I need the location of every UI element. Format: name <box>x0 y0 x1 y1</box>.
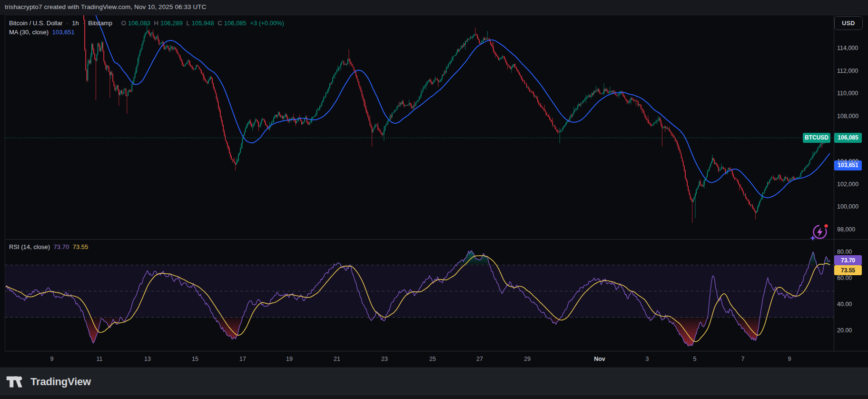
rsi-legend: RSI (14, close) 73.70 73.55 <box>9 243 90 250</box>
symbol-interval: 1h <box>72 20 79 27</box>
tradingview-snapshot: trishacrypto7 created with TradingView.c… <box>0 0 868 399</box>
legend-separator: · <box>82 20 84 27</box>
price-tick-label: 112,000 <box>837 68 858 74</box>
last-price-badge: 106,085 <box>834 133 862 143</box>
time-tick-label[interactable]: 21 <box>334 356 340 362</box>
rsi-legend-value: 73.70 <box>54 243 69 250</box>
tradingview-logo-text: TradingView <box>30 376 91 388</box>
footer-bottom-strip <box>0 395 868 399</box>
close-letter: C <box>217 20 222 27</box>
time-tick-label[interactable]: 29 <box>524 356 531 362</box>
price-tick-label: 110,000 <box>837 90 858 97</box>
time-tick-label[interactable]: 11 <box>97 356 103 362</box>
rsi-tick-label: 20.00 <box>837 327 852 334</box>
high-value: 106,289 <box>160 20 183 27</box>
rsi-tick-label: 40.00 <box>837 301 852 308</box>
time-tick-label[interactable]: 7 <box>741 356 745 362</box>
time-tick-label[interactable]: 17 <box>239 356 246 362</box>
symbol-exchange: Bitstamp <box>88 20 112 27</box>
tradingview-logo[interactable]: TradingView <box>6 376 91 388</box>
time-tick-label[interactable]: 19 <box>286 356 293 362</box>
time-tick-label[interactable]: 3 <box>646 356 649 362</box>
ma-legend: MA (30, close) 103,651 <box>9 29 77 36</box>
symbol-price-label-badge: BTCUSD <box>803 133 830 143</box>
low-value: 105,948 <box>192 20 214 27</box>
time-tick-label[interactable]: 9 <box>50 356 54 362</box>
time-tick-label[interactable]: 15 <box>192 356 198 362</box>
rsi-ma-legend-value: 73.55 <box>73 243 89 250</box>
time-tick-label[interactable]: 13 <box>144 356 151 362</box>
time-tick-label[interactable]: 27 <box>476 356 483 362</box>
open-value: 106,083 <box>128 20 150 27</box>
price-tick-label: 98,000 <box>837 226 855 233</box>
rsi-tick-label: 80.00 <box>837 249 852 255</box>
symbol-legend: Bitcoin / U.S. Dollar · 1h · Bitstamp O1… <box>9 20 286 27</box>
legend-separator: · <box>66 20 68 27</box>
time-tick-label[interactable]: 9 <box>788 356 791 362</box>
symbol-title: Bitcoin / U.S. Dollar <box>9 20 63 27</box>
boost-lightning-icon[interactable] <box>809 222 830 242</box>
chart-canvas[interactable] <box>0 0 868 368</box>
time-tick-label[interactable]: 23 <box>381 356 388 362</box>
rsi-legend-label: RSI (14, close) <box>9 243 50 250</box>
ma-legend-label: MA (30, close) <box>9 29 49 36</box>
price-tick-label: 102,000 <box>837 181 858 188</box>
lightning-bolt-icon <box>817 228 823 237</box>
time-tick-label[interactable]: 5 <box>693 356 697 362</box>
rsi-tick-label: 60.00 <box>837 275 852 281</box>
currency-toggle-button[interactable]: USD <box>834 16 863 30</box>
time-tick-label[interactable]: Nov <box>594 356 605 362</box>
time-tick-label[interactable]: 25 <box>429 356 436 362</box>
tradingview-logo-glyph <box>6 376 26 388</box>
high-letter: H <box>154 20 158 27</box>
notification-dot <box>824 224 828 228</box>
low-letter: L <box>187 20 190 27</box>
price-tick-label: 100,000 <box>837 203 858 210</box>
price-tick-label: 108,000 <box>837 113 858 120</box>
footer-bar <box>0 368 868 399</box>
price-tick-label: 104,000 <box>837 158 858 165</box>
ma-legend-value: 103,651 <box>52 29 75 36</box>
rsi-value-badge: 73.70 <box>834 255 862 265</box>
rsi-ma-value-badge: 73.55 <box>834 265 862 275</box>
open-letter: O <box>121 20 126 27</box>
price-tick-label: 114,000 <box>837 45 858 51</box>
change-value: +3 (+0.00%) <box>250 20 284 27</box>
close-value: 106,085 <box>224 20 247 27</box>
